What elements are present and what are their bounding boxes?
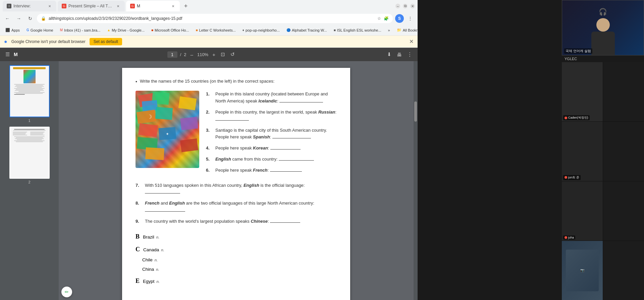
inbox-icon: M bbox=[60, 28, 63, 32]
default-browser-banner: ● Google Chrome isn't your default brows… bbox=[0, 36, 418, 48]
address-bar[interactable]: 🔒 allthingstopics.com/uploads/2/3/2/9/23… bbox=[37, 14, 393, 23]
pdf-toolbar-left: ☰ M bbox=[4, 50, 18, 59]
pdf-main-view[interactable]: • Write the names of the 15 countries (o… bbox=[59, 61, 414, 300]
country-canada-pos: n. bbox=[161, 247, 164, 253]
tab-present-simple-close[interactable]: ✕ bbox=[115, 3, 121, 9]
pdf-toolbar-right: ⬇ 🖶 ⋮ bbox=[386, 50, 414, 59]
question-1: 1. People in this island country (locate… bbox=[206, 91, 337, 105]
question-3: 3. Santiago is the capital city of this … bbox=[206, 127, 337, 141]
bookmark-apps[interactable]: ⬛ Apps bbox=[3, 27, 22, 34]
pdf-page-current-input[interactable] bbox=[167, 51, 177, 58]
q2-blank[interactable] bbox=[215, 120, 249, 121]
caden-mic-off-icon bbox=[565, 117, 567, 119]
q5-blank[interactable] bbox=[279, 160, 314, 161]
q9-blank[interactable] bbox=[270, 222, 300, 223]
pdf-page-sep: / bbox=[180, 52, 181, 57]
tab-m-close[interactable]: ✕ bbox=[170, 3, 176, 9]
q1-blank[interactable] bbox=[279, 102, 323, 102]
folder-icon: 📁 bbox=[397, 28, 401, 32]
reload-button[interactable]: ↻ bbox=[25, 14, 35, 23]
pdf-download-button[interactable]: ⬇ bbox=[386, 50, 393, 59]
bookmark-office[interactable]: ■ Microsoft Office Ho... bbox=[149, 27, 192, 34]
word-bank-E-egypt: E Egypt n. bbox=[136, 276, 164, 286]
q7-blank[interactable] bbox=[145, 193, 180, 194]
more-menu-button[interactable]: ⋮ bbox=[406, 14, 415, 23]
apps-icon: ⬛ bbox=[5, 28, 10, 32]
word-bank-C-canada: C Canada n. bbox=[136, 245, 164, 254]
word-bank-china: China n. bbox=[136, 266, 164, 273]
main-video-feed: 🎧 국제 언어캐 설럼 bbox=[562, 0, 644, 55]
q1-text: People in this island country (located b… bbox=[215, 91, 337, 105]
bookmarks-bar: ⬛ Apps G Google Home M Inbox (41) - sam.… bbox=[0, 25, 418, 36]
pdf-zoom-in-button[interactable]: + bbox=[211, 50, 217, 59]
q4-blank[interactable] bbox=[270, 149, 301, 149]
forward-button[interactable]: → bbox=[14, 14, 23, 23]
bookmark-overflow[interactable]: » bbox=[385, 27, 393, 34]
star-icon: ☆ bbox=[377, 16, 381, 21]
pdf-page-total: 2 bbox=[184, 52, 186, 57]
close-button[interactable]: ✕ bbox=[410, 4, 415, 8]
profile-button[interactable]: S bbox=[395, 14, 404, 23]
question-4: 4. People here speak Korean: bbox=[206, 145, 337, 152]
pdf-thumb-1-frame bbox=[9, 65, 50, 117]
restore-button[interactable]: ⧉ bbox=[403, 4, 408, 8]
country-china-pos: n. bbox=[156, 266, 159, 272]
q6-blank[interactable] bbox=[270, 171, 302, 172]
q8-blank[interactable] bbox=[145, 211, 185, 212]
office-icon: ■ bbox=[151, 28, 153, 32]
q3-blank[interactable] bbox=[272, 138, 311, 138]
pdf-print-button[interactable]: 🖶 bbox=[395, 50, 403, 59]
all-bookmarks[interactable]: 📁 All Bookmarks bbox=[394, 27, 418, 34]
q5-num: 5. bbox=[206, 156, 213, 163]
pdf-fit-page-button[interactable]: ⊡ bbox=[219, 50, 226, 59]
letter-E: E bbox=[136, 276, 140, 286]
bookmark-alphabet[interactable]: 🔵 Alphabet Tracing W... bbox=[284, 27, 330, 34]
pdf-menu-icon[interactable]: ☰ bbox=[4, 50, 11, 59]
tab-interview-title: Interview: bbox=[13, 4, 45, 8]
new-tab-button[interactable]: + bbox=[181, 1, 191, 11]
juha-name: juha bbox=[568, 236, 574, 239]
bookmark-popup[interactable]: ♦ pop-up-neighborho... bbox=[240, 27, 282, 34]
pdf-rotate-button[interactable]: ↺ bbox=[229, 50, 236, 59]
tab-interview-close[interactable]: ✕ bbox=[47, 3, 52, 9]
set-default-button[interactable]: Set as default bbox=[90, 38, 122, 45]
bookmark-google-home[interactable]: G Google Home bbox=[24, 27, 56, 34]
country-brazil: Brazil bbox=[143, 233, 154, 241]
q4-text: People here speak Korean: bbox=[215, 145, 337, 152]
question-7: 7. With 510 languages spoken in this Afr… bbox=[136, 182, 337, 196]
question-2: 2. People in this country, the largest i… bbox=[206, 109, 337, 123]
banner-close-button[interactable]: ✕ bbox=[409, 38, 414, 45]
bookmark-office-label: Microsoft Office Ho... bbox=[155, 28, 189, 32]
tab-m-favicon: G bbox=[130, 4, 135, 8]
bookmark-inbox[interactable]: M Inbox (41) - sam.bra... bbox=[57, 27, 103, 34]
bookmark-isl[interactable]: ■ ISL English ESL workshe... bbox=[331, 27, 384, 34]
word-bank-chile: Chile n. bbox=[136, 256, 164, 264]
country-chile-pos: n. bbox=[155, 257, 158, 263]
pdf-thumb-2-num: 2 bbox=[28, 180, 30, 184]
participant-empty-4 bbox=[603, 241, 644, 300]
minimize-button[interactable]: – bbox=[395, 4, 400, 8]
pdf-thumbnail-1[interactable]: 1 bbox=[9, 65, 50, 123]
main-video-label: 국제 언어캐 설럼 bbox=[564, 48, 592, 54]
caden-name-label: Caden(박정민) bbox=[563, 115, 590, 120]
tab-interview-favicon: I bbox=[7, 4, 11, 8]
pdf-thumbnail-2[interactable]: 2 bbox=[9, 127, 50, 184]
bookmark-letter-c[interactable]: ■ Letter C Worksheets... bbox=[193, 27, 238, 34]
jun-name-label: jun최 준 bbox=[563, 175, 581, 180]
tab-m-active[interactable]: G M ✕ bbox=[126, 1, 180, 11]
q5-text: English came from this country: bbox=[215, 156, 337, 163]
tab-present-simple[interactable]: G Present Simple – All Things Gra... ✕ bbox=[58, 1, 125, 11]
word-bank-E-group: E Egypt n. bbox=[136, 276, 164, 288]
participant-juha: juha bbox=[562, 181, 603, 241]
pdf-more-button[interactable]: ⋮ bbox=[406, 50, 414, 59]
pdf-scrollbar[interactable] bbox=[414, 61, 418, 300]
tab-interview[interactable]: I Interview: ✕ bbox=[3, 1, 56, 11]
presenter-silhouette bbox=[588, 18, 618, 55]
edit-toolbar-button[interactable]: ✏ bbox=[61, 287, 72, 297]
caden-name: Caden(박정민) bbox=[568, 116, 588, 120]
pdf-scroll-thumb[interactable] bbox=[414, 101, 417, 122]
pdf-page-content: • Write the names of the 15 countries (o… bbox=[122, 68, 350, 300]
pdf-zoom-out-button[interactable]: – bbox=[189, 50, 195, 59]
back-button[interactable]: ← bbox=[3, 14, 12, 23]
bookmark-drive[interactable]: ▲ My Drive - Google... bbox=[104, 27, 147, 34]
